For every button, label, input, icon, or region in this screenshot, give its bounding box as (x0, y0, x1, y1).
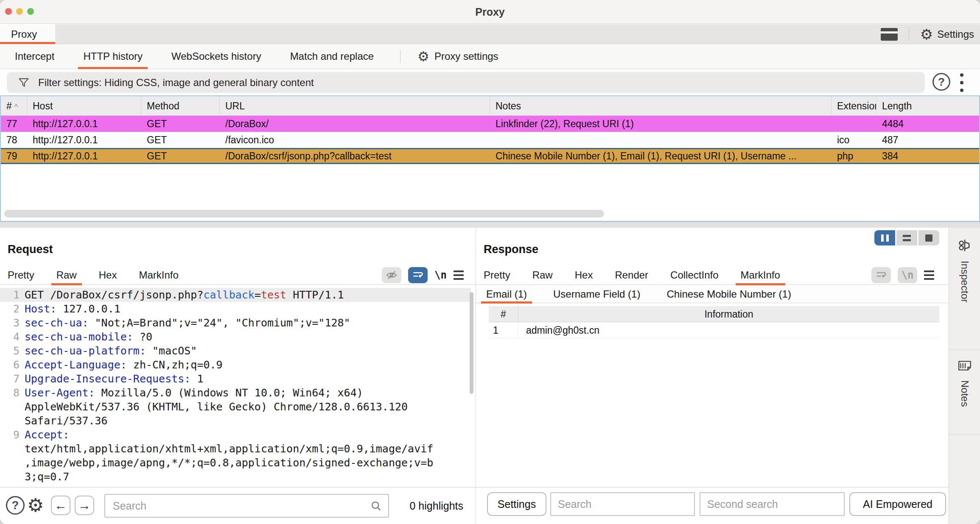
column-header-length[interactable]: Length (876, 96, 979, 115)
word-wrap-button-disabled[interactable] (871, 267, 891, 283)
tab-markinfo[interactable]: MarkInfo (139, 265, 178, 285)
request-raw-editor[interactable]: 1GET /DoraBox/csrf/jsonp.php?callback=te… (0, 285, 471, 487)
editor-menu-icon[interactable] (924, 270, 934, 280)
gear-icon: ⚙ (417, 50, 429, 63)
cell: 4484 (876, 116, 979, 132)
cell (490, 132, 832, 148)
layout-segmented-control (874, 230, 939, 245)
subtab-match-and-replace[interactable]: Match and replace (288, 44, 376, 69)
editor-menu-icon[interactable] (454, 270, 464, 280)
filter-row: Filter settings: Hiding CSS, image and g… (0, 70, 980, 95)
show-newlines-button[interactable]: \n (434, 269, 447, 281)
cell: http://127.0.0.1 (27, 148, 141, 164)
fullscreen-view-button[interactable] (918, 230, 939, 245)
rows-view-button[interactable] (896, 230, 917, 245)
horizontal-scrollbar[interactable] (4, 210, 604, 217)
more-menu-icon[interactable] (960, 73, 964, 92)
search-settings-gear-icon[interactable]: ⚙ (27, 496, 44, 515)
tab-pretty[interactable]: Pretty (484, 265, 510, 285)
proxy-subtab-bar: InterceptHTTP historyWebSockets historyM… (0, 44, 980, 69)
cell: 384 (876, 148, 979, 164)
funnel-icon (18, 77, 30, 89)
tab-hex[interactable]: Hex (99, 265, 117, 285)
markinfo-subtab-chinesemobilenumber1[interactable]: Chinese Mobile Number (1) (661, 285, 796, 303)
cell: GET (141, 116, 220, 132)
request-search-input[interactable] (105, 495, 388, 517)
column-header-host[interactable]: Host (27, 96, 141, 115)
cell: GET (141, 148, 220, 164)
highlights-count: 0 highlights (410, 488, 463, 524)
markinfo-table: #Information 1admin@gh0st.cn (489, 306, 939, 338)
column-header-extension[interactable]: Extension (832, 96, 876, 115)
prev-match-button[interactable]: ← (51, 496, 70, 515)
help-icon[interactable]: ? (932, 73, 950, 91)
layout-window-icon[interactable] (881, 28, 898, 41)
tab-collectinfo[interactable]: CollectInfo (670, 265, 718, 285)
column-header-num[interactable]: #^ (1, 96, 27, 115)
tab-markinfo[interactable]: MarkInfo (741, 265, 780, 285)
response-search-input[interactable] (550, 492, 695, 516)
request-title: Request (8, 243, 53, 256)
column-header-notes[interactable]: Notes (490, 96, 832, 115)
pause-view-button[interactable] (874, 230, 895, 245)
request-scrollbar[interactable] (470, 292, 473, 394)
response-tabs-row: PrettyRawHexRenderCollectInfoMarkInfo \n (476, 265, 949, 285)
window-title: Proxy (0, 6, 980, 18)
filter-settings-text: Filter settings: Hiding CSS, image and g… (38, 77, 314, 89)
subtab-intercept[interactable]: Intercept (12, 44, 57, 69)
cell: Chinese Mobile Number (1), Email (1), Re… (490, 148, 832, 164)
word-wrap-button[interactable] (408, 267, 428, 283)
code-line: 7Upgrade-Insecure-Requests: 1 (0, 372, 471, 386)
cell: 487 (876, 132, 979, 148)
code-line: 1GET /DoraBox/csrf/jsonp.php?callback=te… (0, 288, 471, 302)
sort-asc-icon: ^ (14, 103, 18, 111)
subtab-websockets-history[interactable]: WebSockets history (169, 44, 264, 69)
markinfo-subtab-usernamefield1[interactable]: Username Field (1) (548, 285, 645, 303)
tab-proxy[interactable]: Proxy (0, 24, 55, 44)
subtab-http-history[interactable]: HTTP history (81, 44, 145, 69)
tab-render[interactable]: Render (615, 265, 648, 285)
markinfo-row[interactable]: 1admin@gh0st.cn (489, 322, 939, 338)
request-panel: Request PrettyRawHexMarkInfo (0, 228, 476, 487)
markinfo-subtab-email1[interactable]: Email (1) (481, 285, 532, 303)
proxy-window: Proxy Proxy ⚙ Settings InterceptHTTP his… (0, 0, 980, 524)
request-footer: ? ⚙ ← → 0 highlights (0, 488, 476, 524)
cell: 79 (1, 148, 27, 164)
notes-label: Notes (959, 380, 971, 407)
next-match-button[interactable]: → (75, 496, 94, 515)
show-newlines-button-disabled[interactable]: \n (898, 267, 917, 283)
tab-raw[interactable]: Raw (56, 265, 77, 285)
request-search-box (104, 494, 389, 518)
cell: php (832, 148, 876, 164)
notes-tab[interactable]: Notes (949, 350, 980, 435)
help-icon[interactable]: ? (6, 496, 25, 515)
table-row[interactable]: 78http://127.0.0.1GET/favicon.icoico487 (1, 132, 979, 148)
filter-settings-bar[interactable]: Filter settings: Hiding CSS, image and g… (7, 72, 925, 93)
markinfo-settings-button[interactable]: Settings (487, 492, 546, 516)
column-header-method[interactable]: Method (141, 96, 220, 115)
cell: 77 (1, 116, 27, 132)
ai-empowered-button[interactable]: AI Empowered (849, 492, 946, 516)
cell: 1 (489, 322, 518, 338)
code-line: 6Accept-Language: zh-CN,zh;q=0.9 (0, 358, 471, 372)
settings-button[interactable]: ⚙ Settings (920, 27, 974, 42)
tab-hex[interactable]: Hex (575, 265, 593, 285)
column-header-url[interactable]: URL (220, 96, 490, 115)
table-row[interactable]: 79http://127.0.0.1GET/DoraBox/csrf/jsonp… (1, 148, 979, 164)
square-icon (925, 234, 932, 242)
table-row[interactable]: 77http://127.0.0.1GET/DoraBox/Linkfinder… (1, 116, 979, 132)
titlebar: Proxy (0, 0, 980, 24)
tab-raw[interactable]: Raw (532, 265, 553, 285)
markinfo-subtabs: Email (1)Username Field (1)Chinese Mobil… (476, 285, 949, 303)
cell: http://127.0.0.1 (27, 132, 141, 148)
panel-splitter[interactable] (0, 222, 980, 228)
hide-toolbar-button[interactable] (382, 267, 401, 283)
table-header-row[interactable]: #^HostMethodURLNotesExtensionLength (1, 96, 979, 116)
response-second-search-input[interactable] (700, 492, 845, 516)
tab-pretty[interactable]: Pretty (8, 265, 34, 285)
right-sidebar: Inspector Notes (949, 228, 980, 524)
tab-proxy-settings[interactable]: ⚙ Proxy settings (417, 50, 498, 63)
cell: /favicon.ico (220, 132, 490, 148)
wrap-icon (412, 269, 424, 281)
inspector-tab[interactable]: Inspector (949, 228, 980, 350)
